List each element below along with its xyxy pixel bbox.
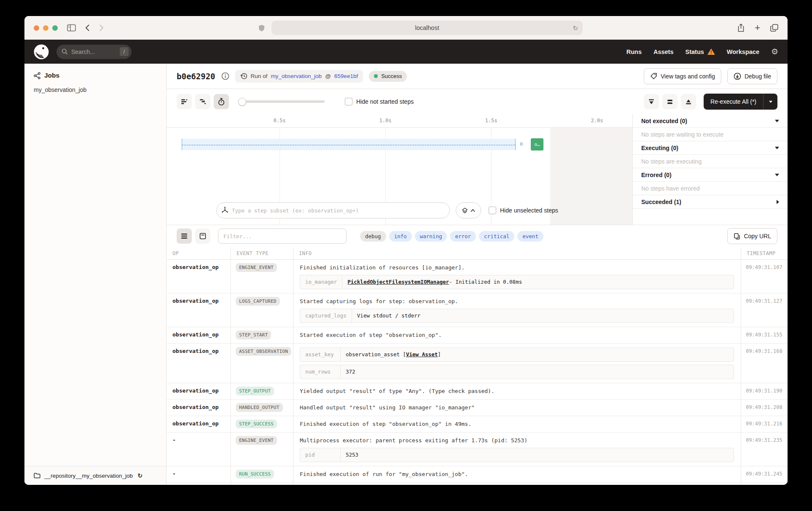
job-link[interactable]: my_observation_job <box>271 73 322 79</box>
reexecute-all-button[interactable]: Re-execute All (*) <box>704 94 763 110</box>
log-timestamp: 09:49:31.107 <box>741 260 788 293</box>
view-tags-config-button[interactable]: View tags and config <box>644 68 721 84</box>
commit-link[interactable]: 659ee1bf <box>334 73 358 79</box>
meta-link[interactable]: PickledObjectFilesystemIOManager <box>347 278 449 286</box>
tab-overview-icon[interactable] <box>770 24 778 32</box>
traffic-light-zoom[interactable] <box>52 25 58 31</box>
hide-not-started-checkbox[interactable] <box>345 98 352 105</box>
status-label: Success <box>381 73 402 79</box>
nav-item-assets[interactable]: Assets <box>653 48 674 55</box>
reload-icon[interactable]: ↻ <box>573 25 578 31</box>
forward-button[interactable] <box>99 24 104 32</box>
info-icon[interactable] <box>221 72 229 80</box>
panel-empty-message: No steps have errored <box>633 182 788 195</box>
table-row[interactable]: observation_opASSET_OBSERVATIONasset_key… <box>167 344 788 383</box>
sidebar-toggle-icon[interactable] <box>67 24 76 32</box>
flat-view-button[interactable] <box>177 94 192 109</box>
metadata-value: 5253 <box>341 448 363 462</box>
step-subset-input[interactable] <box>216 202 450 218</box>
log-level-chip-info[interactable]: info <box>389 231 412 242</box>
log-level-chip-event[interactable]: event <box>517 231 543 242</box>
log-level-chip-debug[interactable]: debug <box>360 231 386 242</box>
dagster-logo[interactable] <box>34 44 49 59</box>
axis-tick-label: 1.0s <box>379 118 392 124</box>
event-type-badge: RUN_SUCCESS <box>236 470 274 479</box>
app-body: Jobs my_observation_job __repository__my… <box>24 64 788 485</box>
table-row[interactable]: observation_opENGINE_EVENTFinished initi… <box>167 260 788 293</box>
selection-mode-button[interactable] <box>456 202 481 218</box>
expand-all-button[interactable] <box>681 94 696 109</box>
panel-empty-message: No steps are waiting to execute <box>633 128 788 141</box>
run-of-prefix: Run of <box>251 73 268 79</box>
step-bar-observation-op[interactable]: o… <box>531 138 543 151</box>
panel-section-title: Executing (0) <box>641 145 678 151</box>
nav-item-runs[interactable]: Runs <box>626 48 642 55</box>
table-row[interactable]: observation_opSTEP_SUCCESSFinished execu… <box>167 416 788 433</box>
log-level-chip-warning[interactable]: warning <box>415 231 447 242</box>
debug-file-button[interactable]: Debug file <box>727 68 777 84</box>
raw-view-button[interactable] <box>195 229 210 244</box>
zoom-slider[interactable] <box>238 97 325 106</box>
table-row[interactable]: observation_opHANDLED_OUTPUTHandled outp… <box>167 400 788 416</box>
nav-item-status[interactable]: Status! <box>686 48 715 55</box>
column-header-op: OP <box>167 250 231 256</box>
panel-section-header[interactable]: Errored (0) <box>633 168 788 182</box>
share-icon[interactable] <box>737 24 745 32</box>
zoom-slider-track[interactable] <box>238 100 325 103</box>
metadata-entry: io_managerPickledObjectFilesystemIOManag… <box>300 275 734 289</box>
waterfall-view-button[interactable] <box>195 94 210 109</box>
sidebar-header: Jobs <box>24 64 166 83</box>
log-level-chip-critical[interactable]: critical <box>479 231 514 242</box>
sidebar-title: Jobs <box>44 72 59 79</box>
run-header: b0e62920 Run of my_observation_job @ 659… <box>167 64 788 89</box>
log-level-chip-error[interactable]: error <box>450 231 476 242</box>
metadata-key: asset_key <box>300 348 341 361</box>
traffic-light-minimize[interactable] <box>43 25 48 31</box>
new-tab-icon[interactable]: + <box>755 23 760 32</box>
column-header-event-type: EVENT TYPE <box>231 250 293 256</box>
success-dot-icon <box>374 74 378 78</box>
log-message: Started execution of step "observation_o… <box>300 331 734 339</box>
table-row[interactable]: observation_opLOGS_CAPTUREDStarted captu… <box>167 293 788 327</box>
refresh-icon[interactable]: ↻ <box>137 472 143 479</box>
reexecute-menu-button[interactable] <box>763 94 777 110</box>
panel-section-header[interactable]: Executing (0) <box>633 141 788 155</box>
sidebar-item-job[interactable]: my_observation_job <box>24 83 166 96</box>
table-row[interactable]: -ENGINE_EVENTProcess for run exited (pid… <box>167 483 788 485</box>
log-info-cell: Started capturing logs for step: observa… <box>293 293 741 327</box>
address-bar[interactable]: localhost ↻ <box>272 21 583 35</box>
global-search[interactable]: Search... / <box>56 45 132 59</box>
meta-link[interactable]: View Asset <box>406 350 438 359</box>
history-icon <box>240 73 247 80</box>
run-id: b0e62920 <box>177 72 215 81</box>
timed-view-button[interactable] <box>214 94 229 109</box>
panel-section-header[interactable]: Not executed (0) <box>633 114 788 128</box>
axis-tick-label: 1.5s <box>485 118 497 124</box>
table-view-button[interactable] <box>177 229 192 244</box>
zoom-slider-knob[interactable] <box>238 98 246 106</box>
log-timestamp: 09:49:31.265 <box>741 483 788 485</box>
step-waiting-band <box>182 139 516 150</box>
traffic-lights <box>34 25 58 31</box>
gantt-chart: 0.5s1.0s1.5s2.0s o o… <box>167 114 632 225</box>
copy-url-button[interactable]: Copy URL <box>727 228 777 244</box>
panel-section-header[interactable]: Succeeded (1) <box>633 195 788 209</box>
table-row[interactable]: observation_opSTEP_OUTPUTYielded output … <box>167 383 788 400</box>
table-row[interactable]: -RUN_SUCCESSFinished execution of run fo… <box>167 466 788 483</box>
gear-icon[interactable]: ⚙ <box>771 48 778 56</box>
traffic-light-close[interactable] <box>34 25 39 31</box>
caret-down-icon <box>775 147 779 149</box>
back-button[interactable] <box>85 24 90 32</box>
log-timestamp: 09:49:31.216 <box>741 416 788 432</box>
table-row[interactable]: observation_opSTEP_STARTStarted executio… <box>167 327 788 344</box>
hide-unselected-checkbox[interactable] <box>489 207 496 214</box>
table-row[interactable]: -ENGINE_EVENTMultiprocess executor: pare… <box>167 433 788 466</box>
metadata-key: io_manager <box>300 275 342 289</box>
nav-item-workspace[interactable]: Workspace <box>727 48 759 55</box>
log-filter-input[interactable] <box>218 229 347 244</box>
metadata-value: PickledObjectFilesystemIOManager - Initi… <box>342 275 527 289</box>
shield-icon <box>258 24 265 32</box>
collapse-all-button[interactable] <box>644 94 659 109</box>
row-height-button[interactable] <box>662 94 678 109</box>
panel-section-title: Not executed (0) <box>641 118 687 124</box>
